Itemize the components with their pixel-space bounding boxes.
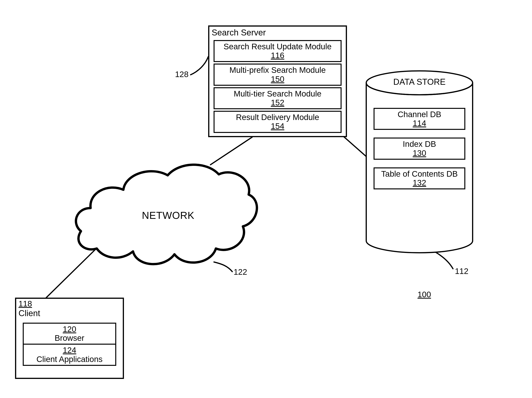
client-ref: 118	[16, 299, 123, 308]
data-store-item-title: Index DB	[374, 140, 464, 149]
search-server-module: Multi-prefix Search Module 150	[214, 64, 342, 86]
client-item: 124 Client Applications	[23, 345, 116, 366]
client-item-ref: 124	[24, 346, 115, 355]
module-ref: 154	[215, 122, 341, 131]
search-server-title: Search Server	[209, 27, 346, 38]
module-ref: 116	[215, 51, 341, 60]
module-title: Search Result Update Module	[215, 42, 341, 51]
data-store-title: DATA STORE	[385, 77, 454, 87]
client-item-title: Browser	[24, 334, 115, 342]
data-store-item-ref: 132	[374, 178, 464, 187]
svg-line-1	[344, 137, 370, 160]
search-server-module: Search Result Update Module 116	[214, 40, 342, 62]
data-store-items: Channel DB 114 Index DB 130 Table of Con…	[374, 104, 465, 189]
data-store-item-title: Table of Contents DB	[374, 169, 464, 178]
data-store-item: Index DB 130	[374, 137, 465, 160]
data-store-item: Table of Contents DB 132	[374, 168, 465, 189]
data-store-item-title: Channel DB	[374, 110, 464, 119]
module-title: Result Delivery Module	[215, 113, 341, 122]
network-ref-label: 122	[234, 267, 247, 277]
client-item-ref: 120	[24, 325, 115, 334]
svg-line-0	[210, 137, 252, 165]
network-label: NETWORK	[142, 210, 195, 221]
module-title: Multi-tier Search Module	[215, 89, 341, 98]
data-store-ref-label: 112	[455, 267, 469, 276]
search-server-ref-label: 128	[175, 70, 189, 79]
client-item: 120 Browser	[23, 323, 116, 345]
svg-line-2	[46, 245, 100, 298]
figure-ref: 100	[418, 290, 431, 299]
data-store-item-ref: 114	[374, 119, 464, 128]
search-server-module: Multi-tier Search Module 152	[214, 87, 342, 109]
module-title: Multi-prefix Search Module	[215, 66, 341, 75]
module-ref: 150	[215, 75, 341, 84]
search-server-module: Result Delivery Module 154	[214, 111, 342, 133]
module-ref: 152	[215, 98, 341, 107]
diagram-canvas: DATA STORE Channel DB 114 Index DB 130 T…	[0, 0, 532, 398]
client-item-title: Client Applications	[24, 355, 115, 364]
data-store-item-ref: 130	[374, 149, 464, 158]
search-server-box: Search Server Search Result Update Modul…	[208, 25, 347, 137]
client-title: Client	[16, 308, 123, 319]
client-box: 118 Client 120 Browser 124 Client Applic…	[15, 298, 124, 379]
data-store-item: Channel DB 114	[374, 108, 465, 130]
